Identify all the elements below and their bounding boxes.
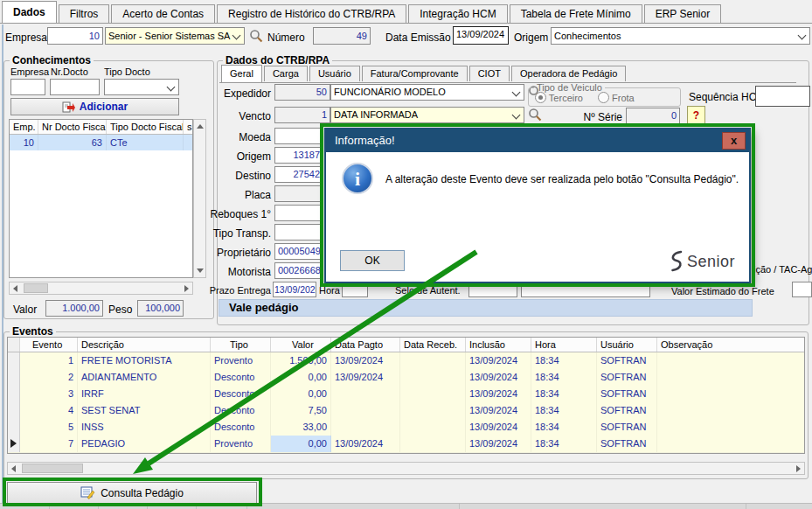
tipo-transp-input[interactable] (274, 224, 323, 241)
ok-button[interactable]: OK (340, 250, 405, 271)
scroll-right-icon[interactable] (796, 465, 801, 472)
empresa-code-input[interactable]: 10 (47, 27, 103, 45)
vencto-code-input[interactable]: 1 (274, 107, 330, 123)
column-header-tipo-docto-fiscal[interactable]: Tipo Docto Fiscal (107, 120, 184, 134)
conh-tipodocto-select[interactable] (104, 79, 179, 95)
consulta-pedagio-button[interactable]: Consulta Pedágio (7, 482, 257, 504)
column-header-emp[interactable]: Emp. (10, 120, 38, 134)
radio-icon (598, 92, 609, 103)
cell-inclusao: 13/09/2024 (466, 352, 531, 369)
empresa-name-select[interactable]: Senior - Senior Sistemas SA (105, 27, 245, 45)
column-header-nr-docto-fiscal[interactable]: Nr Docto Fiscal (38, 120, 107, 134)
subtab-operadora[interactable]: Operadora de Pedágio (511, 66, 626, 81)
search-icon[interactable] (249, 29, 263, 43)
eventos-grid: Evento Descrição Tipo Valor Data Pagto D… (7, 337, 805, 454)
scroll-right-icon[interactable] (184, 285, 189, 292)
column-header-tipo[interactable]: Tipo (211, 338, 271, 352)
proprietario-input[interactable]: 00005049 (274, 243, 323, 260)
radio-terceiro[interactable]: Terceiro (535, 92, 583, 103)
table-row[interactable]: 10 63 CTe (10, 135, 192, 150)
help-button[interactable]: ? (687, 106, 705, 124)
selo-autent-input[interactable] (468, 282, 517, 297)
column-header-descricao[interactable]: Descrição (78, 338, 211, 352)
dialog-titlebar[interactable]: Informação! (326, 129, 749, 152)
cell-descricao: ADIANTAMENTO (78, 369, 211, 386)
table-row[interactable]: 4 SEST SENAT Desconto 7,50 13/09/2024 18… (8, 402, 804, 420)
subtab-ciot[interactable]: CIOT (469, 66, 510, 81)
cell-hora: 18:34 (531, 352, 597, 369)
selo-autent-input-2[interactable] (521, 282, 650, 297)
data-emissao-input[interactable]: 13/09/2024 (453, 26, 509, 45)
close-icon[interactable]: x (722, 132, 746, 150)
eventos-legend: Eventos (10, 325, 56, 338)
cell-evento: 3 (20, 386, 78, 402)
tab-dados[interactable]: Dados (2, 1, 57, 23)
column-header-valor[interactable]: Valor (271, 338, 331, 352)
column-header-observacao[interactable]: Observação (657, 338, 805, 352)
ctrb-origem-input[interactable]: 13187 (274, 147, 323, 164)
table-row[interactable]: 2 ADIANTAMENTO Desconto 0,00 13/09/2024 … (8, 369, 804, 387)
subtab-fatura[interactable]: Fatura/Comprovante (362, 66, 468, 81)
scroll-left-icon[interactable] (13, 285, 17, 292)
column-header-data-receb[interactable]: Data Receb. (400, 338, 466, 352)
table-row[interactable]: 1 FRETE MOTORISTA Provento 1.500,00 13/0… (8, 352, 804, 370)
scrollbar-thumb[interactable] (22, 464, 83, 473)
terceiro-label: Terceiro (549, 93, 583, 103)
prazo-entrega-input[interactable]: 13/09/2024 (273, 282, 316, 297)
radio-frota[interactable]: Frota (598, 92, 635, 103)
row-marker (8, 369, 20, 386)
column-header-clipped[interactable]: s (184, 120, 192, 134)
expedidor-code-input[interactable]: 50 (274, 84, 330, 101)
reboques-input[interactable] (274, 205, 323, 221)
status-separator (98, 504, 99, 509)
scroll-down-icon[interactable] (197, 268, 204, 273)
conh-nrdocto-input[interactable] (50, 79, 100, 95)
sequencia-hcm-input[interactable] (755, 86, 810, 107)
valor-estimado-input[interactable] (792, 282, 812, 297)
table-row-selected[interactable]: 7 PEDAGIO Provento 0,00 13/09/2024 13/09… (8, 436, 804, 453)
conhecimentos-hscrollbar[interactable] (9, 282, 193, 295)
hora-input[interactable] (342, 282, 368, 297)
moeda-input[interactable] (274, 128, 323, 144)
scrollbar-thumb[interactable] (24, 283, 48, 293)
tab-erp-senior[interactable]: ERP Senior (644, 4, 721, 23)
chevron-down-icon (798, 31, 807, 40)
column-header-hora[interactable]: Hora (531, 338, 597, 352)
scroll-up-icon[interactable] (197, 124, 204, 129)
expedidor-select[interactable]: FUNCIONÁRIO MODELO (330, 84, 524, 101)
placa-input[interactable] (274, 185, 323, 202)
tab-tabela-frete-minimo[interactable]: Tabela de Frete Mínimo (510, 4, 642, 23)
column-header-data-pagto[interactable]: Data Pagto (331, 338, 400, 352)
column-header-inclusao[interactable]: Inclusão (466, 338, 531, 352)
cell-usuario: SOFTRAN (597, 352, 657, 369)
tab-registro-historico[interactable]: Registro de Histórico do CTRB/RPA (217, 4, 406, 23)
cell-usuario: SOFTRAN (597, 369, 657, 386)
tab-filtros[interactable]: Filtros (59, 4, 110, 23)
motorista-input[interactable]: 00026668 (274, 262, 323, 279)
conh-nrdocto-label: Nr.Docto (51, 66, 88, 77)
search-icon[interactable] (528, 108, 542, 122)
table-row[interactable]: 3 IRRF Desconto 0,00 13/09/2024 18:34 SO… (8, 386, 804, 403)
conh-empresa-input[interactable] (10, 79, 45, 95)
cell-inclusao: 13/09/2024 (466, 436, 531, 452)
cell-valor-selected[interactable]: 0,00 (271, 436, 331, 452)
column-header-evento[interactable]: Evento (20, 338, 78, 352)
conhecimentos-vscrollbar[interactable] (193, 119, 206, 278)
origem-select[interactable]: Conhecimentos (551, 27, 810, 45)
vencto-select[interactable]: DATA INFORMADA (330, 107, 524, 123)
column-header-usuario[interactable]: Usuário (597, 338, 657, 352)
adicionar-button[interactable]: Adicionar (10, 98, 179, 115)
subtab-geral[interactable]: Geral (221, 65, 262, 82)
senior-logo-text: Senior (687, 253, 735, 271)
vale-pedagio-header[interactable]: Vale pedágio (219, 299, 753, 317)
subtab-usuario[interactable]: Usuário (309, 66, 360, 81)
scroll-left-icon[interactable] (11, 465, 16, 472)
tab-acerto-de-contas[interactable]: Acerto de Contas (111, 4, 215, 23)
cell-emp: 10 (10, 135, 38, 150)
table-row[interactable]: 5 INSS Desconto 33,00 13/09/2024 18:34 S… (8, 419, 804, 436)
vencto-label: Vencto (215, 110, 271, 122)
tab-integracao-hcm[interactable]: Integração HCM (408, 4, 507, 23)
eventos-hscrollbar[interactable] (7, 462, 805, 475)
subtab-carga[interactable]: Carga (264, 66, 308, 81)
destino-input[interactable]: 27542 (274, 166, 323, 183)
